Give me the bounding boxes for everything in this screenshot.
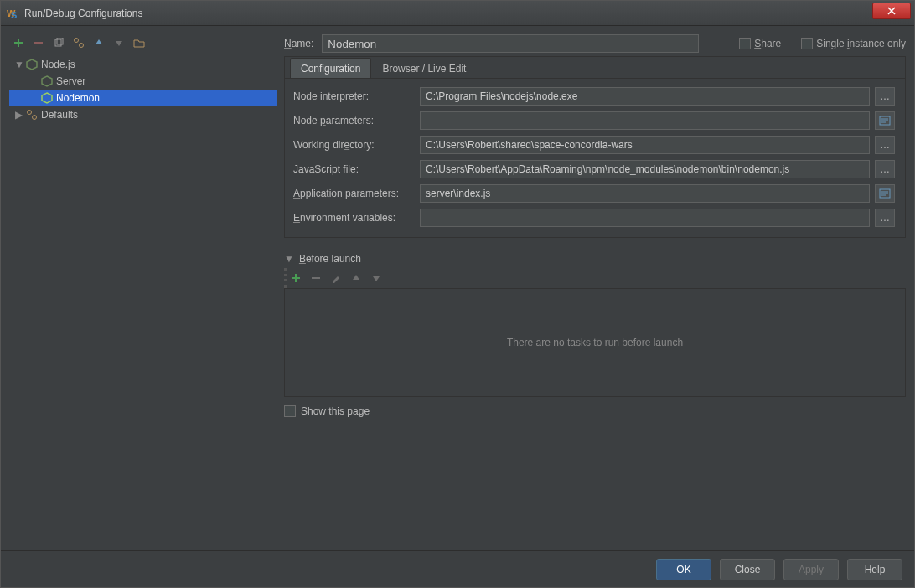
working-directory-label: Working directory: — [293, 139, 415, 151]
tab-bar: Configuration Browser / Live Edit — [285, 57, 905, 79]
before-launch-list[interactable]: There are no tasks to run before launch — [284, 288, 906, 397]
titlebar[interactable]: WS Run/Debug Configurations — [1, 1, 914, 26]
svg-point-4 — [75, 39, 79, 43]
before-launch-empty-text: There are no tasks to run before launch — [507, 337, 683, 348]
browse-button[interactable]: … — [875, 87, 895, 106]
name-input[interactable] — [322, 34, 699, 53]
close-icon — [887, 7, 896, 15]
svg-marker-6 — [27, 59, 37, 70]
before-launch-toolbar — [284, 268, 906, 288]
env-vars-label: Environment variables: — [293, 212, 415, 224]
defaults-icon — [26, 109, 38, 121]
copy-config-button[interactable] — [51, 35, 66, 50]
window-close-button[interactable] — [872, 3, 911, 19]
node-parameters-input[interactable] — [420, 111, 870, 130]
browse-button[interactable]: … — [875, 160, 895, 178]
left-pane: ▼ Node.js Server Nodemon ▶ Defaults — [9, 33, 277, 544]
tree-node-nodejs[interactable]: ▼ Node.js — [9, 56, 277, 73]
remove-task-button[interactable] — [308, 271, 323, 286]
remove-config-button[interactable] — [31, 35, 46, 50]
tab-configuration[interactable]: Configuration — [290, 58, 371, 78]
tree-node-nodemon[interactable]: Nodemon — [9, 90, 277, 106]
config-toolbar — [9, 33, 277, 56]
help-button[interactable]: Help — [847, 559, 902, 580]
move-up-button[interactable] — [91, 35, 106, 50]
env-vars-input[interactable] — [420, 209, 870, 227]
ok-button[interactable]: OK — [656, 559, 711, 580]
before-launch-header[interactable]: ▼ Before launch — [284, 253, 906, 265]
javascript-file-input[interactable] — [420, 160, 870, 178]
tree-label: Node.js — [41, 59, 75, 70]
nodejs-icon — [41, 75, 53, 87]
before-launch-label: Before launch — [299, 253, 361, 265]
folder-button[interactable] — [132, 35, 147, 50]
move-task-up-button[interactable] — [349, 271, 364, 286]
checkbox-icon — [739, 38, 751, 49]
working-directory-input[interactable] — [420, 136, 870, 154]
svg-marker-8 — [42, 93, 52, 103]
share-checkbox-wrap[interactable]: Share — [739, 38, 781, 49]
apply-button[interactable]: Apply — [783, 559, 839, 580]
svg-point-9 — [28, 111, 32, 115]
browse-button[interactable]: … — [875, 209, 895, 227]
collapse-icon: ▶ — [14, 109, 23, 121]
right-pane: Name: Share Single instance only Configu… — [284, 33, 906, 544]
node-parameters-label: Node parameters: — [293, 115, 415, 126]
node-interpreter-label: Node interpreter: — [293, 90, 415, 102]
checkbox-icon — [801, 38, 813, 49]
close-button[interactable]: Close — [720, 559, 775, 580]
tree-label: Defaults — [41, 109, 78, 121]
svg-marker-7 — [42, 76, 52, 86]
move-down-button[interactable] — [111, 35, 127, 50]
nodejs-icon — [41, 92, 53, 104]
application-parameters-label: Application parameters: — [293, 188, 415, 199]
browse-button[interactable]: … — [875, 136, 895, 154]
dialog-footer: OK Close Apply Help — [1, 550, 914, 587]
application-parameters-input[interactable] — [420, 184, 870, 203]
share-label: Share — [754, 38, 781, 49]
move-task-down-button[interactable] — [369, 271, 384, 286]
tree-node-defaults[interactable]: ▶ Defaults — [9, 106, 277, 123]
tree-node-server[interactable]: Server — [9, 73, 277, 90]
name-row: Name: Share Single instance only — [284, 33, 906, 56]
tree-label: Server — [56, 75, 85, 87]
expand-icon: ▼ — [14, 59, 23, 70]
config-form: Node interpreter: … Node parameters: Wor… — [285, 79, 905, 237]
single-instance-checkbox-wrap[interactable]: Single instance only — [801, 38, 906, 49]
settings-button[interactable] — [71, 35, 86, 50]
window-title: Run/Debug Configurations — [24, 8, 142, 19]
nodejs-icon — [26, 59, 38, 70]
svg-text:S: S — [11, 10, 17, 19]
single-instance-label: Single instance only — [816, 38, 906, 49]
tab-browser-live-edit[interactable]: Browser / Live Edit — [371, 58, 477, 78]
checkbox-icon — [284, 405, 296, 417]
show-this-page-checkbox[interactable]: Show this page — [284, 405, 906, 417]
svg-rect-3 — [57, 38, 63, 44]
node-interpreter-input[interactable] — [420, 87, 870, 106]
tree-label: Nodemon — [56, 92, 100, 104]
run-debug-configurations-window: WS Run/Debug Configurations ▼ Nod — [0, 0, 915, 588]
svg-rect-2 — [55, 39, 61, 46]
add-config-button[interactable] — [11, 35, 26, 50]
show-this-page-label: Show this page — [301, 405, 370, 417]
add-task-button[interactable] — [288, 271, 303, 286]
expand-field-button[interactable] — [875, 184, 895, 203]
before-launch-section: ▼ Before launch There are no tasks to ru… — [284, 253, 906, 417]
name-label: Name: — [284, 38, 313, 49]
svg-point-5 — [80, 44, 84, 48]
expand-icon: ▼ — [284, 253, 294, 265]
config-tree[interactable]: ▼ Node.js Server Nodemon ▶ Defaults — [9, 56, 277, 544]
edit-task-button[interactable] — [328, 271, 344, 286]
expand-field-button[interactable] — [875, 111, 895, 130]
app-icon: WS — [6, 7, 19, 20]
config-panel: Configuration Browser / Live Edit Node i… — [284, 56, 906, 238]
javascript-file-label: JavaScript file: — [293, 163, 415, 175]
svg-point-10 — [33, 116, 37, 120]
